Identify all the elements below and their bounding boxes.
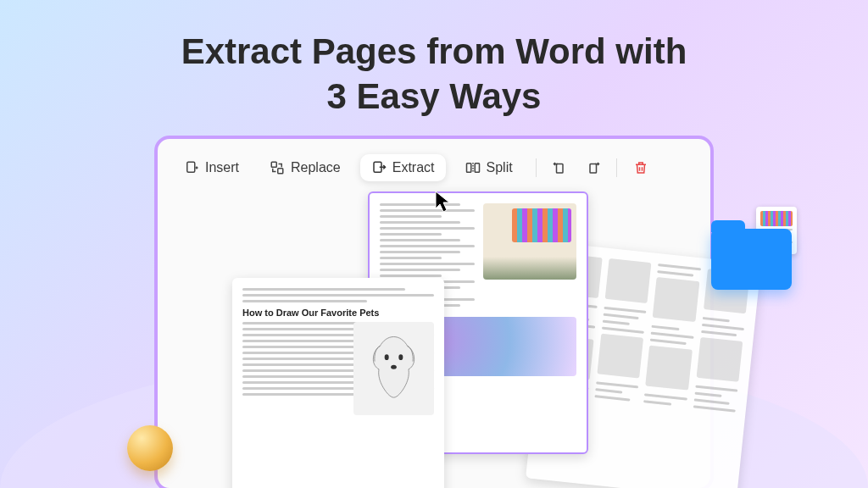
replace-label: Replace	[291, 160, 341, 175]
split-button[interactable]: Split	[454, 154, 524, 181]
insert-label: Insert	[205, 160, 239, 175]
insert-icon	[184, 160, 199, 175]
title-line-1: Extract Pages from Word with	[181, 31, 687, 71]
replace-icon	[270, 160, 285, 175]
page-title: Extract Pages from Word with 3 Easy Ways	[0, 0, 868, 131]
folder-icon	[711, 229, 792, 290]
title-line-2: 3 Easy Ways	[327, 76, 542, 116]
svg-rect-7	[590, 164, 597, 174]
separator	[536, 158, 537, 177]
replace-button[interactable]: Replace	[259, 154, 352, 181]
extract-button[interactable]: Extract	[360, 154, 446, 181]
svg-rect-5	[475, 164, 479, 173]
toolbar: Insert Replace Extract Split	[173, 151, 695, 193]
svg-rect-4	[466, 164, 470, 173]
dog-image	[353, 322, 434, 415]
extract-icon	[371, 160, 387, 175]
rotate-left-icon	[553, 160, 568, 175]
svg-rect-2	[278, 169, 283, 174]
svg-rect-6	[556, 164, 563, 174]
app-window: Insert Replace Extract Split	[154, 136, 714, 488]
page-thumbnail-mid[interactable]: How to Draw Our Favorite Pets	[232, 278, 444, 488]
decorative-sphere	[127, 425, 173, 471]
extract-label: Extract	[392, 160, 435, 175]
cursor-icon	[434, 190, 454, 217]
svg-rect-1	[271, 162, 276, 167]
separator	[616, 158, 617, 177]
svg-point-10	[391, 365, 397, 369]
pages-area: ting How to Draw Our Favorite	[173, 193, 695, 481]
paint-image	[483, 203, 576, 280]
rotate-left-button[interactable]	[548, 156, 572, 180]
split-label: Split	[487, 160, 513, 175]
svg-point-9	[398, 355, 403, 361]
folder-graphic	[711, 229, 792, 290]
delete-button[interactable]	[629, 156, 653, 180]
trash-icon	[633, 160, 648, 175]
split-icon	[465, 160, 481, 175]
svg-rect-0	[187, 162, 195, 172]
svg-point-8	[385, 355, 389, 361]
rotate-right-button[interactable]	[581, 156, 604, 180]
insert-button[interactable]: Insert	[173, 154, 250, 181]
rotate-right-icon	[585, 160, 600, 175]
doc-heading: How to Draw Our Favorite Pets	[242, 308, 434, 319]
